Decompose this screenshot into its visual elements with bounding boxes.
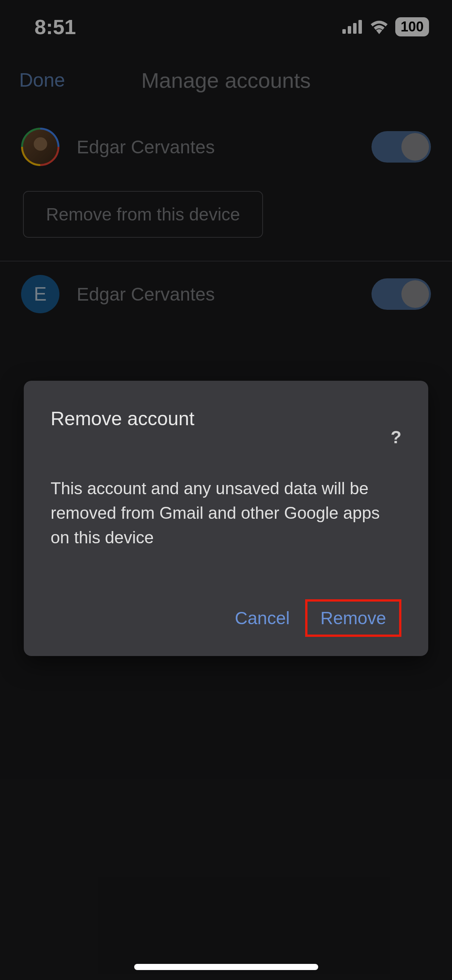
svg-rect-3 xyxy=(358,20,362,34)
home-indicator[interactable] xyxy=(134,964,318,970)
svg-rect-1 xyxy=(348,26,351,34)
account-name: Edgar Cervantes xyxy=(77,284,354,305)
dialog-actions: Cancel Remove xyxy=(51,599,401,637)
cellular-icon xyxy=(342,20,363,34)
account-name: Edgar Cervantes xyxy=(77,136,354,158)
account-row: Edgar Cervantes xyxy=(0,114,452,179)
header: Done Manage accounts xyxy=(0,54,452,114)
remove-account-dialog: Remove account ? This account and any un… xyxy=(24,381,428,656)
status-bar: 8:51 100 xyxy=(0,0,452,54)
cancel-button[interactable]: Cancel xyxy=(224,602,301,635)
remove-button-container: Remove from this device xyxy=(0,179,452,261)
done-button[interactable]: Done xyxy=(19,69,65,91)
remove-from-device-button[interactable]: Remove from this device xyxy=(23,191,263,238)
page-title: Manage accounts xyxy=(141,68,311,93)
avatar-photo xyxy=(23,130,58,164)
wifi-icon xyxy=(369,20,389,34)
dialog-header: Remove account ? xyxy=(51,408,401,447)
status-time: 8:51 xyxy=(35,15,76,39)
status-indicators: 100 xyxy=(342,17,429,36)
svg-rect-2 xyxy=(353,23,357,34)
account-row: E Edgar Cervantes xyxy=(0,261,452,327)
avatar[interactable]: E xyxy=(21,275,59,313)
dialog-title: Remove account xyxy=(51,408,194,430)
dialog-body: This account and any unsaved data will b… xyxy=(51,476,401,549)
account-toggle[interactable] xyxy=(371,131,431,163)
help-icon[interactable]: ? xyxy=(391,427,401,447)
battery-indicator: 100 xyxy=(395,17,429,36)
remove-button[interactable]: Remove xyxy=(305,599,401,637)
avatar[interactable] xyxy=(21,128,59,166)
svg-rect-0 xyxy=(342,29,346,34)
account-toggle[interactable] xyxy=(371,278,431,310)
